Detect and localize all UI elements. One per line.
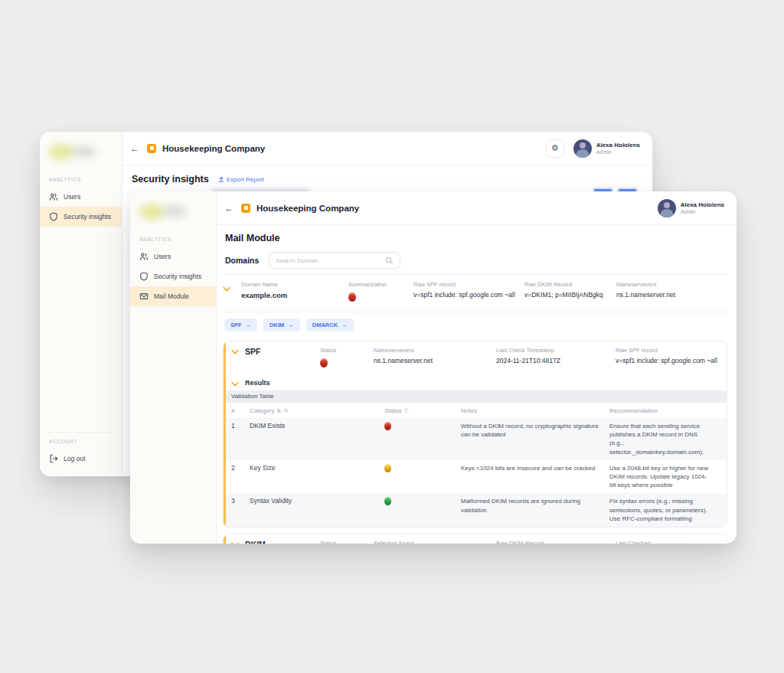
front-app-header: ← Housekeeping Company Alexa Hololens Ad… (217, 191, 737, 225)
notes-cell: Keys <1024 bits are insecure and can be … (461, 464, 606, 472)
record-pills: SPF→ DKIM→ DMARCK→ (223, 312, 727, 335)
sidebar-item-users[interactable]: Users (130, 247, 216, 266)
raw-spf-label: Raw SPF record (616, 347, 719, 354)
nameservers-value: ns.1.nameserver.net (616, 291, 727, 299)
user-name: Alexa Hololens (596, 142, 640, 149)
col-notes: Notes (461, 407, 606, 414)
domain-row: Domain Name example.com Summarization Ra… (223, 274, 727, 312)
dkim-pill[interactable]: DKIM→ (263, 319, 300, 332)
spf-expand-chevron[interactable] (231, 347, 239, 356)
logout-icon (49, 454, 58, 463)
domain-name-label: Domain Name (241, 281, 348, 288)
table-row[interactable]: 3 Syntax Validity Malformed DKIM records… (224, 493, 727, 527)
dmarc-pill[interactable]: DMARCK→ (306, 319, 354, 332)
arrow-right-icon: → (288, 322, 294, 328)
mail-icon (139, 292, 149, 301)
domain-expand-chevron[interactable] (223, 281, 241, 295)
company-logo-blurred (138, 201, 208, 223)
back-sidebar: ANALYTICS Users Security insights ACCOUN… (40, 132, 122, 476)
sort-icon[interactable]: ⇅ (276, 408, 281, 414)
sidebar-section-label: ANALYTICS (139, 237, 216, 242)
column-search-icon[interactable] (283, 408, 289, 413)
category-cell: DKIM Exists (250, 422, 381, 430)
results-toggle[interactable]: Results (224, 375, 727, 390)
notes-cell: Without a DKIM record, no cryptographic … (461, 422, 606, 439)
gear-icon: ⚙ (551, 143, 559, 153)
table-row[interactable]: 2 Key Size Keys <1024 bits are insecure … (224, 460, 727, 494)
selectors-label: Selectors found (374, 540, 496, 544)
user-role: Admin (681, 209, 724, 214)
avatar (573, 139, 592, 158)
sidebar-item-security-insights[interactable]: Security insights (40, 207, 122, 227)
arrow-right-icon: → (341, 322, 348, 328)
last-check-value: 2024-11-21T10:4817Z (496, 357, 616, 364)
app-title: Housekeeping Company (162, 144, 265, 153)
col-recommendation: Recommendation (609, 407, 719, 414)
sidebar-item-label: Mail Module (154, 292, 189, 300)
front-window: ANALYTICS Users Security insights Mail M… (130, 191, 737, 544)
sidebar-account-label: ACCOUNT (49, 439, 122, 444)
back-arrow-icon[interactable]: ← (130, 143, 139, 154)
status-dot (384, 422, 391, 430)
dkim-section-card: DKIM Status Selectors found Selector 1, … (223, 534, 727, 544)
section-title: DKIM (245, 540, 266, 544)
settings-button[interactable]: ⚙ (546, 139, 564, 158)
nameservers-label: Nameservevers (374, 347, 496, 354)
search-icon[interactable] (385, 256, 394, 265)
status-dot (320, 358, 328, 368)
validation-table-bar: Validation Table (224, 390, 727, 403)
recommendation-cell: Fix syntax errors (e.g., missing semicol… (609, 497, 719, 523)
sidebar-item-security-insights[interactable]: Security insights (130, 266, 216, 286)
nameservers-value: ns.1.nameserver.net (374, 357, 496, 364)
user-menu[interactable]: Alexa Hololens Admin (658, 199, 724, 217)
raw-dkim-label: Raw DKIM Record (496, 540, 616, 544)
col-category: Category (250, 407, 274, 414)
recommendation-cell: Use a 2048-bit key or higher for new DKI… (609, 464, 719, 490)
last-checked-label: Last Checked (616, 540, 719, 544)
category-cell: Key Size (250, 464, 381, 472)
spf-pill[interactable]: SPF→ (224, 319, 257, 332)
col-num: # (231, 407, 247, 414)
app-logo-icon (147, 144, 156, 153)
status-label: Status (320, 347, 374, 354)
summarization-label: Summarization (348, 281, 413, 288)
raw-dkim-label: Raw DKIM Record (524, 281, 616, 288)
filter-icon[interactable]: ▽ (404, 408, 408, 414)
chevron-down-icon (231, 381, 239, 387)
status-dot (384, 497, 391, 505)
category-cell: Syntax Validity (250, 497, 381, 505)
back-arrow-icon[interactable]: ← (224, 203, 234, 214)
export-report-link[interactable]: Export Report (218, 176, 264, 183)
back-app-header: ← Housekeeping Company ⚙ Alexa Hololens … (122, 132, 652, 165)
logout-button[interactable]: Log out (40, 449, 122, 469)
mail-module-content: Mail Module Domains Domain Name example.… (217, 225, 737, 544)
sidebar-item-users[interactable]: Users (40, 187, 122, 207)
sidebar-item-label: Security insights (64, 213, 111, 221)
sidebar-section-label: ANALYTICS (49, 177, 122, 182)
notes-cell: Malformed DKIM records are ignored durin… (461, 497, 606, 514)
domains-label: Domains (225, 256, 259, 265)
user-menu[interactable]: Alexa Hololens Admin (573, 139, 640, 158)
raw-spf-value: v=spf1 include: spf.google.com ~all (413, 291, 524, 299)
accent-bar (224, 341, 226, 527)
shield-icon (139, 272, 149, 281)
arrow-right-icon: → (246, 322, 252, 328)
table-header-row: # Category ⇅ Status ▽ Notes Recommendati… (224, 403, 727, 418)
section-title: SPF (245, 347, 260, 356)
search-input[interactable] (276, 257, 381, 264)
raw-spf-label: Raw SPF record (413, 281, 524, 288)
table-row[interactable]: 1 DKIM Exists Without a DKIM record, no … (224, 418, 727, 460)
domains-toolbar: Domains (225, 252, 727, 269)
page-title: Security insights (132, 174, 209, 185)
sidebar-item-label: Users (154, 253, 171, 260)
sidebar-item-mail-module[interactable]: Mail Module (130, 286, 216, 306)
users-icon (49, 192, 58, 201)
sidebar-account-section: ACCOUNT Log out (40, 432, 122, 469)
dkim-expand-chevron[interactable] (231, 540, 239, 544)
app-title: Housekeeping Company (256, 204, 359, 213)
page-title: Mail Module (225, 233, 727, 243)
accent-bar (224, 534, 226, 544)
recommendation-cell: Ensure that each sending service publish… (609, 422, 719, 456)
company-logo-blurred (47, 142, 114, 163)
back-title-row: Security insights Export Report (122, 165, 652, 191)
